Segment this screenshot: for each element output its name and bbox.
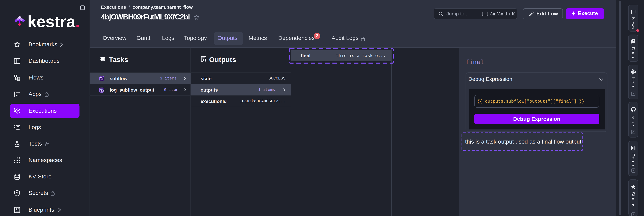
svg-text:LOG: LOG xyxy=(100,88,103,90)
